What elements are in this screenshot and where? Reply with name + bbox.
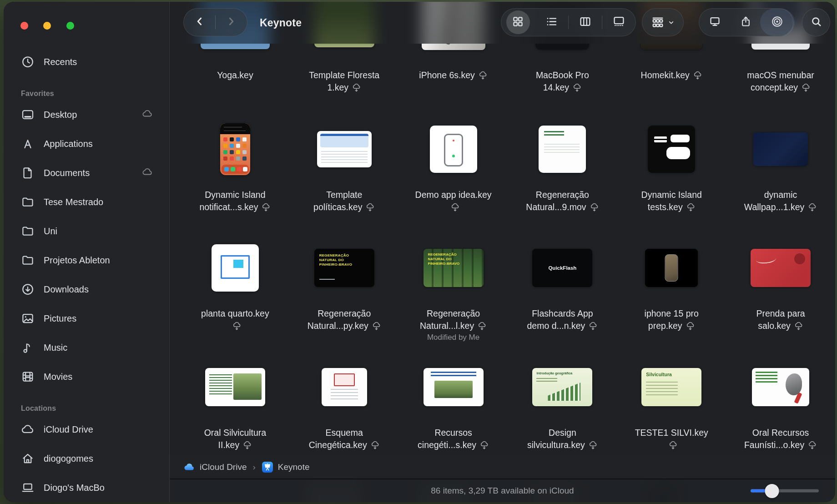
cloud-icon: [21, 423, 35, 436]
traffic-lights: [20, 22, 87, 30]
breadcrumb-label: iCloud Drive: [200, 462, 247, 472]
cloud-download-icon: [807, 440, 817, 450]
file-thumbnail: [181, 233, 290, 302]
downloads-icon: [21, 282, 35, 296]
file-row-2: Dynamic Island notificat...s.keyTemplate…: [170, 115, 835, 213]
file-design-silvicultura-key[interactable]: Introdução geográficaDesign silvicultura…: [508, 353, 617, 451]
slider-thumb[interactable]: [765, 484, 779, 498]
file-regenera-o-natural-py-key[interactable]: REGENERAÇÃO NATURAL DO PINHEIRO-BRAVOReg…: [290, 233, 399, 342]
cloud-download-icon: [693, 71, 702, 80]
file-regenera-o-natural-l-key[interactable]: REGENERAÇÃO NATURAL DO PINHEIRO-BRAVOReg…: [399, 233, 508, 342]
view-mode-control: [501, 8, 636, 36]
file-oral-recursos-faun-sti-o-key[interactable]: Oral Recursos Faunísti...o.key: [726, 353, 835, 451]
sidebar-item-label: Desktop: [44, 110, 77, 120]
sidebar-item-recents[interactable]: Recents: [4, 47, 169, 76]
sidebar-item-pictures[interactable]: Pictures: [4, 304, 169, 333]
file-flashcards-app-demo-d-n-key[interactable]: QuickFlashFlashcards App demo d...n.key: [508, 233, 617, 342]
cloud-download-icon: [370, 440, 380, 450]
icloud-icon: [183, 461, 195, 473]
file-name: Yoga.key: [196, 69, 274, 81]
close-button[interactable]: [20, 22, 28, 30]
music-icon: [21, 341, 35, 354]
airdrop-button[interactable]: [763, 9, 792, 36]
sidebar-sections: RecentsFavoritesDesktopApplicationsDocum…: [4, 47, 169, 502]
breadcrumb-keynote[interactable]: Keynote: [262, 461, 310, 473]
screen-sharing-icon: [709, 15, 721, 30]
cloud-download-icon: [572, 83, 582, 92]
screen-sharing-button[interactable]: [700, 9, 729, 36]
search-icon: [811, 16, 822, 29]
file-esquema-cineg-tica-key[interactable]: Esquema Cinegética.key: [290, 353, 399, 451]
file-planta-quarto-key[interactable]: planta quarto.key: [181, 233, 290, 342]
file-name: iPhone 6s.key: [414, 69, 493, 81]
view-columns-button[interactable]: [569, 9, 602, 36]
file-teste1-silvi-key[interactable]: SilviculturaTESTE1 SILVI.key: [617, 353, 726, 451]
sidebar-item-applications[interactable]: Applications: [4, 129, 169, 158]
status-text: 86 items, 3,29 TB available on iCloud: [170, 479, 835, 502]
minimize-button[interactable]: [43, 22, 51, 30]
cloud-download-icon: [232, 321, 242, 331]
file-thumbnail: Introdução geográfica: [508, 353, 617, 422]
sidebar-item-uni[interactable]: Uni: [4, 217, 169, 246]
zoom-button[interactable]: [66, 22, 74, 30]
thumbnail-di-tests: [648, 126, 695, 173]
cloud-download-icon: [801, 83, 811, 92]
grid-view-icon: [511, 15, 524, 30]
sidebar-item-tese-mestrado[interactable]: Tese Mestrado: [4, 187, 169, 217]
sidebar-item-downloads[interactable]: Downloads: [4, 275, 169, 304]
sidebar-item-label: Downloads: [44, 284, 89, 295]
sidebar-item-label: Pictures: [44, 313, 76, 324]
thumbnail-iphone15: [645, 249, 698, 287]
thumbnail-red: [751, 249, 811, 287]
file-dynamic-island-tests-key[interactable]: Dynamic Island tests.key: [617, 115, 726, 213]
file-thumbnail: [290, 353, 399, 422]
share-button[interactable]: [731, 9, 761, 36]
chevron-right-icon: [225, 15, 237, 29]
thumbnail-design: Introdução geográfica: [532, 368, 592, 406]
thumbnail-silv-oral: [205, 368, 265, 406]
thumbnail-doc-politicas: [317, 131, 372, 167]
file-template-pol-ticas-key[interactable]: Template políticas.key: [290, 115, 399, 213]
sidebar-item-label: Documents: [44, 168, 90, 178]
sidebar-item-icloud-drive[interactable]: iCloud Drive: [4, 415, 169, 444]
share-icon: [740, 15, 752, 30]
sidebar-item-music[interactable]: Music: [4, 333, 169, 362]
file-recursos-cineg-ti-s-key[interactable]: Recursos cinegéti...s.key: [399, 353, 508, 451]
file-dynamic-island-notificat-s-key[interactable]: Dynamic Island notificat...s.key: [181, 115, 290, 213]
thumbnail-demo-app: [430, 126, 477, 173]
icon-size-slider[interactable]: [751, 489, 819, 493]
cloud-download-icon: [794, 321, 803, 331]
file-thumbnail: REGENERAÇÃO NATURAL DO PINHEIRO-BRAVO: [399, 233, 508, 302]
file-prenda-para-salo-key[interactable]: Prenda para salo.key: [726, 233, 835, 342]
file-regenera-o-natural-9-mov[interactable]: Regeneração Natural...9.mov: [508, 115, 617, 213]
thumbnail-text: Introdução geográfica: [536, 371, 572, 375]
file-iphone-15-pro-prep-key[interactable]: iphone 15 pro prep.key: [617, 233, 726, 342]
file-name: Prenda para salo.key: [741, 307, 820, 332]
breadcrumb-icloud-drive[interactable]: iCloud Drive: [183, 461, 247, 473]
file-oral-silvicultura-ii-key[interactable]: Oral Silvicultura II.key: [181, 353, 290, 451]
toolbar: Keynote: [170, 2, 835, 44]
file-name: MacBook Pro 14.key: [523, 69, 601, 93]
view-list-button[interactable]: [535, 9, 569, 36]
thumbnail-text: REGENERAÇÃO NATURAL DO PINHEIRO-BRAVO: [428, 252, 464, 266]
view-gallery-button[interactable]: [602, 9, 635, 36]
movies-icon: [21, 370, 35, 383]
sidebar-item-desktop[interactable]: Desktop: [4, 100, 169, 129]
sidebar-item-diogo-s-macbo[interactable]: Diogo's MacBo: [4, 473, 169, 502]
group-by-button[interactable]: [642, 8, 684, 36]
forward-button[interactable]: [216, 9, 247, 36]
file-name: dynamic Wallpap...1.key: [741, 189, 820, 213]
file-dynamic-wallpap-1-key[interactable]: dynamic Wallpap...1.key: [726, 115, 835, 213]
thumbnail-teste1: Silvicultura: [641, 368, 701, 406]
sidebar-item-label: Diogo's MacBo: [44, 483, 105, 493]
sidebar-item-movies[interactable]: Movies: [4, 362, 169, 391]
sidebar-item-documents[interactable]: Documents: [4, 158, 169, 187]
file-thumbnail: [181, 353, 290, 422]
back-button[interactable]: [184, 9, 215, 36]
search-button[interactable]: [802, 8, 830, 36]
file-demo-app-idea-key[interactable]: Demo app idea.key: [399, 115, 508, 213]
sidebar-item-diogogomes[interactable]: diogogomes: [4, 444, 169, 473]
document-icon: [21, 166, 35, 180]
view-icons-button[interactable]: [501, 9, 535, 36]
sidebar-item-projetos-ableton[interactable]: Projetos Ableton: [4, 246, 169, 275]
